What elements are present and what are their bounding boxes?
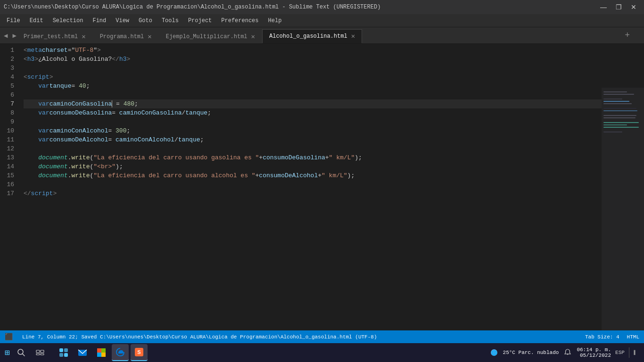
language-label: ESP: [615, 350, 625, 355]
menu-item-project[interactable]: Project: [183, 16, 216, 26]
line-num-1: 1: [0, 46, 14, 55]
tab-close-icon[interactable]: ✕: [82, 33, 85, 40]
code-line-7: var caminoConGasolina = 480;: [24, 99, 644, 108]
windows-icon[interactable]: ⊞: [5, 347, 10, 358]
taskbar-app-sublime[interactable]: S: [131, 344, 148, 361]
start-area[interactable]: ⊞: [5, 347, 10, 358]
language-icon[interactable]: ESP: [615, 347, 625, 358]
task-view-icon[interactable]: [33, 345, 48, 360]
close-button[interactable]: ✕: [627, 2, 640, 12]
tab-label: Ejemplo_Multiplicar.html: [166, 33, 248, 40]
tab-programa[interactable]: Programa.html ✕: [93, 29, 159, 43]
code-area[interactable]: <meta charset="UTF-8"> <h3>¿Alcohol o Ga…: [19, 44, 644, 330]
svg-rect-28: [101, 353, 106, 357]
menu-bar: FileEditSelectionFindViewGotoToolsProjec…: [0, 14, 644, 27]
code-line-5: var tanque = 40;: [24, 82, 644, 90]
svg-rect-2: [603, 94, 634, 95]
line-num-14: 14: [0, 162, 14, 171]
taskbar-right: 🌐 25°C Parc. nublado 06:14 p. m. 05/12/2…: [489, 347, 639, 358]
tab-label: Programa.html: [100, 33, 144, 40]
taskbar-app-mail[interactable]: [74, 344, 91, 361]
svg-rect-3: [603, 99, 622, 99]
menu-item-preferences[interactable]: Preferences: [216, 16, 263, 26]
line-num-12: 12: [0, 144, 14, 153]
tab-arrow-left[interactable]: ◀: [2, 31, 9, 41]
tab-close-icon[interactable]: ✕: [148, 33, 151, 40]
tab-primer-test[interactable]: Primer_test.html ✕: [17, 29, 93, 43]
tab-close-icon[interactable]: ✕: [251, 33, 255, 40]
minimize-button[interactable]: —: [597, 2, 610, 12]
svg-rect-13: [603, 132, 622, 132]
tab-alcohol-gasolina[interactable]: Alcohol_o_gasolina.html ✕: [262, 29, 362, 43]
tab-label: Alcohol_o_gasolina.html: [269, 33, 347, 40]
line-num-15: 15: [0, 171, 14, 180]
code-line-11: var consumoDeAlcohol = caminoConAlcohol/…: [24, 135, 644, 144]
menu-item-view[interactable]: View: [111, 16, 134, 26]
svg-rect-17: [41, 350, 44, 353]
tab-size-label[interactable]: Tab Size: 4: [585, 334, 619, 340]
tab-close-icon[interactable]: ✕: [351, 33, 355, 40]
svg-rect-18: [36, 354, 40, 355]
tab-bar: ◀ ▶ Primer_test.html ✕ Programa.html ✕ E…: [0, 27, 644, 44]
svg-text:🌐: 🌐: [491, 350, 497, 356]
line-num-2: 2: [0, 55, 14, 64]
clock-time: 06:14 p. m.: [577, 347, 611, 353]
svg-rect-9: [603, 117, 636, 118]
svg-rect-16: [36, 350, 40, 353]
search-taskbar-icon[interactable]: [14, 345, 29, 360]
svg-rect-1: [603, 91, 627, 92]
tab-ejemplo-multiplicar[interactable]: Ejemplo_Multiplicar.html ✕: [159, 29, 262, 43]
svg-rect-12: [603, 127, 639, 128]
svg-rect-8: [603, 115, 636, 116]
menu-item-selection[interactable]: Selection: [48, 16, 88, 26]
tab-arrow-right[interactable]: ▶: [10, 31, 18, 41]
code-line-4: <script>: [24, 73, 644, 82]
taskbar-app-store[interactable]: [93, 344, 110, 361]
svg-text:S: S: [137, 349, 140, 355]
network-notification-icon[interactable]: 🌐: [489, 347, 499, 358]
menu-item-file[interactable]: File: [2, 16, 25, 26]
svg-rect-20: [59, 348, 63, 352]
menu-item-edit[interactable]: Edit: [25, 16, 48, 26]
pinned-apps: S: [55, 344, 148, 361]
code-line-15: document.write("La eficiencia del carro …: [24, 171, 644, 180]
line-num-17: 17: [0, 189, 14, 198]
language-label[interactable]: HTML: [627, 334, 639, 340]
weather-text: 25°C Parc. nublado: [503, 350, 559, 355]
menu-item-find[interactable]: Find: [88, 16, 111, 26]
svg-rect-7: [603, 110, 637, 111]
svg-rect-23: [64, 353, 68, 357]
code-line-9: [24, 117, 644, 126]
line-num-8: 8: [0, 108, 14, 117]
title-bar: C:\Users\nunes\Desktop\Curso ALURA\Logic…: [0, 0, 644, 14]
svg-rect-25: [97, 348, 101, 353]
title-bar-text: C:\Users\nunes\Desktop\Curso ALURA\Logic…: [4, 4, 380, 10]
line-num-10: 10: [0, 126, 14, 135]
svg-rect-11: [603, 124, 627, 125]
code-line-14: document.write("<br>");: [24, 162, 644, 171]
menu-item-help[interactable]: Help: [264, 16, 287, 26]
line-num-9: 9: [0, 117, 14, 126]
code-line-2: <h3>¿Alcohol o Gasolina?</h3>: [24, 55, 644, 64]
taskbar: ⊞: [0, 343, 644, 362]
notifications-icon[interactable]: [562, 347, 573, 358]
line-num-6: 6: [0, 90, 14, 99]
tab-add-button[interactable]: +: [625, 31, 630, 40]
editor-container: 1 2 3 4 5 6 7 8 9 10 11 12 13 14 15 16 1…: [0, 44, 644, 330]
svg-rect-26: [101, 348, 106, 353]
menu-item-tools[interactable]: Tools: [157, 16, 183, 26]
line-num-7: 7: [0, 99, 14, 108]
svg-line-15: [22, 354, 25, 356]
line-num-5: 5: [0, 82, 14, 90]
maximize-button[interactable]: ❐: [612, 2, 625, 12]
code-line-3: [24, 64, 644, 73]
svg-rect-22: [59, 353, 63, 357]
taskbar-app-widgets[interactable]: [55, 344, 72, 361]
line-num-4: 4: [0, 73, 14, 82]
menu-item-goto[interactable]: Goto: [134, 16, 157, 26]
code-line-6: [24, 90, 644, 99]
show-desktop-icon[interactable]: ▌: [629, 347, 639, 358]
code-line-8: var consumoDeGasolina = caminoConGasolin…: [24, 108, 644, 117]
taskbar-app-edge[interactable]: [112, 344, 129, 361]
svg-rect-19: [41, 354, 44, 355]
